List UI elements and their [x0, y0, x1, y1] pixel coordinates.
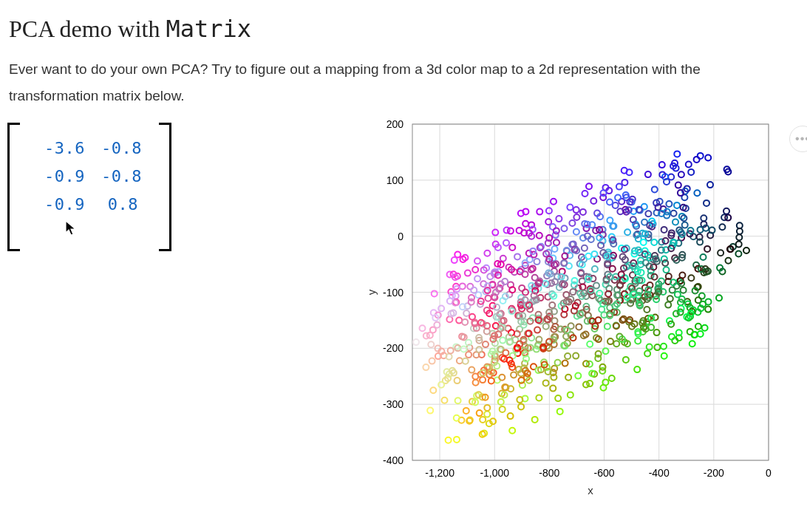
svg-point-719 [581, 290, 587, 296]
svg-point-494 [594, 211, 600, 216]
svg-point-484 [545, 317, 551, 323]
svg-point-792 [480, 432, 486, 437]
svg-point-655 [717, 265, 723, 271]
svg-point-910 [521, 322, 527, 328]
svg-point-853 [613, 323, 619, 329]
svg-point-332 [678, 299, 684, 305]
svg-point-766 [601, 190, 607, 196]
svg-point-634 [616, 334, 622, 340]
svg-point-109 [668, 174, 674, 180]
svg-point-893 [584, 307, 590, 313]
svg-point-837 [542, 281, 548, 287]
scatter-plot[interactable]: ••• -1,200-1,000-800-600-400-2000-400-30… [364, 117, 777, 501]
matrix-cell[interactable]: -3.6 [44, 139, 85, 157]
svg-point-924 [565, 327, 571, 333]
svg-point-873 [460, 304, 466, 310]
svg-point-919 [607, 200, 613, 205]
svg-point-903 [469, 314, 475, 320]
matrix-cell[interactable]: -0.8 [101, 139, 142, 157]
svg-point-874 [587, 381, 593, 386]
svg-point-705 [615, 195, 621, 201]
title-code: Matrix [166, 15, 251, 43]
svg-point-212 [666, 201, 672, 207]
svg-point-533 [537, 245, 543, 250]
svg-point-271 [669, 334, 675, 340]
svg-point-789 [472, 321, 478, 327]
svg-point-632 [561, 343, 567, 349]
svg-point-927 [495, 273, 501, 279]
svg-point-124 [616, 184, 622, 190]
svg-point-382 [623, 357, 629, 363]
svg-point-870 [478, 320, 484, 326]
svg-point-897 [725, 169, 731, 175]
svg-point-714 [632, 248, 638, 254]
svg-point-809 [498, 262, 504, 267]
svg-point-842 [624, 294, 630, 300]
svg-text:100: 100 [387, 174, 404, 186]
svg-point-178 [686, 162, 692, 168]
svg-point-629 [423, 364, 429, 370]
svg-point-170 [613, 202, 619, 208]
svg-point-264 [647, 344, 653, 350]
svg-point-807 [485, 287, 491, 293]
svg-point-422 [573, 207, 579, 213]
svg-point-413 [546, 310, 552, 316]
svg-point-635 [701, 254, 706, 260]
svg-point-593 [666, 273, 672, 279]
svg-point-201 [607, 217, 613, 223]
svg-point-433 [472, 374, 478, 380]
svg-point-33 [590, 198, 596, 204]
svg-point-648 [452, 300, 458, 306]
plot-more-button[interactable]: ••• [789, 126, 807, 152]
svg-point-405 [454, 345, 460, 351]
svg-point-750 [586, 183, 592, 189]
svg-point-41 [674, 202, 680, 208]
svg-point-555 [536, 395, 542, 401]
svg-point-840 [617, 282, 623, 288]
svg-point-287 [665, 302, 671, 308]
svg-point-569 [497, 311, 503, 317]
matrix-cell[interactable]: 0.8 [101, 195, 138, 214]
svg-point-309 [659, 172, 665, 178]
svg-point-847 [508, 413, 514, 419]
svg-point-661 [630, 216, 636, 222]
svg-point-557 [580, 284, 586, 290]
svg-point-543 [725, 215, 731, 221]
svg-point-911 [518, 299, 524, 305]
transformation-matrix[interactable]: -3.6 -0.8 -0.9 -0.8 -0.9 0.8 [7, 123, 171, 247]
matrix-cell[interactable]: -0.9 [44, 195, 85, 214]
matrix-cell[interactable]: -0.8 [101, 167, 142, 185]
svg-point-449 [500, 256, 506, 262]
svg-point-869 [694, 190, 700, 196]
svg-point-834 [480, 417, 486, 423]
svg-point-764 [605, 253, 610, 259]
svg-point-867 [645, 211, 651, 216]
svg-point-896 [588, 287, 594, 293]
svg-point-827 [585, 276, 591, 282]
svg-point-45 [701, 215, 706, 221]
svg-point-815 [476, 335, 482, 341]
svg-point-852 [559, 281, 565, 287]
svg-point-152 [567, 205, 573, 211]
svg-point-688 [664, 179, 670, 185]
svg-point-677 [643, 326, 649, 332]
svg-point-185 [420, 325, 426, 331]
ellipsis-icon: ••• [795, 132, 807, 146]
svg-text:y: y [365, 289, 378, 295]
svg-point-159 [573, 353, 579, 359]
svg-point-805 [476, 347, 482, 352]
svg-point-740 [723, 208, 729, 214]
svg-point-419 [682, 222, 688, 228]
svg-point-887 [569, 220, 575, 226]
svg-point-686 [476, 392, 482, 398]
svg-point-498 [528, 318, 534, 324]
svg-point-483 [614, 293, 620, 299]
svg-point-754 [507, 339, 513, 345]
matrix-cell[interactable]: -0.9 [44, 167, 85, 185]
svg-point-500 [514, 254, 520, 260]
svg-point-721 [647, 264, 653, 270]
svg-point-833 [573, 303, 579, 309]
svg-point-221 [556, 216, 562, 222]
svg-point-361 [500, 406, 505, 412]
svg-point-444 [474, 258, 480, 264]
